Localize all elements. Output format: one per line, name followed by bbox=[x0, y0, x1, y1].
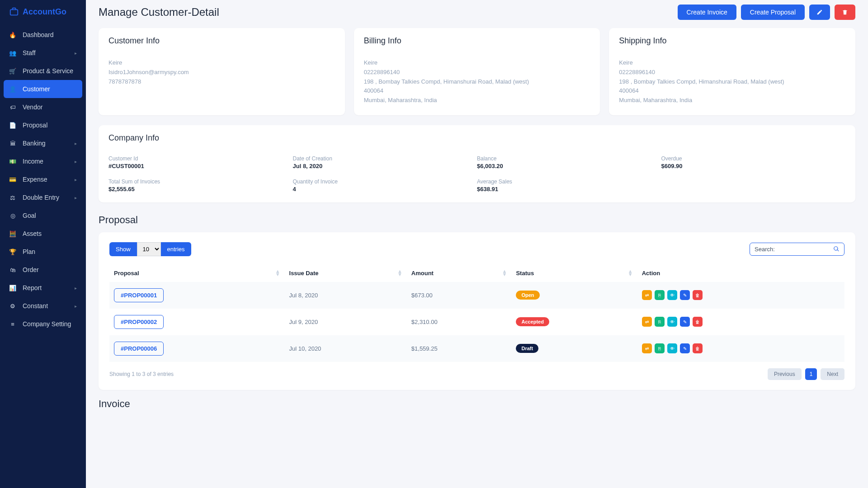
sidebar-item-order[interactable]: 🛍Order bbox=[0, 261, 86, 279]
col-action[interactable]: Action bbox=[637, 264, 844, 282]
sidebar-item-customer[interactable]: 👤Customer bbox=[4, 80, 82, 98]
stat-label: Quantity of Invoice bbox=[293, 178, 477, 185]
sidebar-item-dashboard[interactable]: 🔥Dashboard bbox=[0, 26, 86, 44]
delete-icon: 🗑 bbox=[695, 346, 700, 351]
search-input[interactable] bbox=[778, 246, 830, 253]
copy-button[interactable]: ⎘ bbox=[655, 317, 665, 327]
stat-label: Balance bbox=[477, 155, 661, 162]
copy-button[interactable]: ⎘ bbox=[655, 290, 665, 300]
create-invoice-button[interactable]: Create Invoice bbox=[678, 5, 736, 20]
nav-icon: 👤 bbox=[9, 86, 16, 93]
convert-icon: ⇄ bbox=[645, 293, 649, 298]
sidebar-item-staff[interactable]: 👥Staff▸ bbox=[0, 44, 86, 62]
delete-button[interactable]: 🗑 bbox=[693, 343, 703, 353]
edit-button[interactable] bbox=[809, 5, 830, 20]
table-controls: Show 10 entries Search: bbox=[109, 242, 844, 256]
stat-label: Overdue bbox=[661, 155, 846, 162]
card-title: Customer Info bbox=[108, 36, 335, 46]
sidebar-item-plan[interactable]: 🏆Plan bbox=[0, 243, 86, 261]
nav-icon: 👥 bbox=[9, 50, 16, 56]
sidebar-item-product-service[interactable]: 🛒Product & Service bbox=[0, 62, 86, 80]
page-header: Manage Customer-Detail Create Invoice Cr… bbox=[99, 5, 855, 20]
view-button[interactable]: 👁 bbox=[667, 343, 677, 353]
search-box: Search: bbox=[750, 243, 844, 256]
nav-icon: 📄 bbox=[9, 122, 16, 129]
nav-label: Banking bbox=[23, 140, 46, 147]
convert-button[interactable]: ⇄ bbox=[642, 317, 652, 327]
proposal-link[interactable]: #PROP00002 bbox=[114, 315, 164, 329]
edit-button[interactable]: ✎ bbox=[680, 290, 690, 300]
stat-label: Average Sales bbox=[477, 178, 661, 185]
col-proposal[interactable]: Proposal▲▼ bbox=[109, 264, 285, 282]
delete-button[interactable]: 🗑 bbox=[693, 290, 703, 300]
col-issue-date[interactable]: Issue Date▲▼ bbox=[285, 264, 407, 282]
nav-label: Dashboard bbox=[23, 31, 54, 38]
sidebar-item-expense[interactable]: 💳Expense▸ bbox=[0, 170, 86, 188]
convert-button[interactable]: ⇄ bbox=[642, 290, 652, 300]
billing-info-card: Billing Info Keire 02228896140 198 , Bom… bbox=[354, 28, 600, 115]
table-row: #PROP00006Jul 10, 2020$1,559.25Draft⇄⎘👁✎… bbox=[109, 335, 844, 362]
stat-value: Jul 8, 2020 bbox=[293, 163, 477, 169]
nav-label: Expense bbox=[23, 176, 47, 183]
proposal-link[interactable]: #PROP00006 bbox=[114, 342, 164, 356]
col-status[interactable]: Status▲▼ bbox=[511, 264, 637, 282]
stat-value: #CUST00001 bbox=[108, 163, 293, 169]
nav-icon: 🛒 bbox=[9, 68, 16, 75]
sidebar-item-double-entry[interactable]: ⚖Double Entry▸ bbox=[0, 188, 86, 206]
chevron-right-icon: ▸ bbox=[75, 195, 77, 200]
nav-icon: 💵 bbox=[9, 158, 16, 165]
status-badge: Open bbox=[516, 291, 539, 300]
edit-button[interactable]: ✎ bbox=[680, 343, 690, 353]
nav-label: Order bbox=[23, 266, 39, 273]
col-amount[interactable]: Amount▲▼ bbox=[407, 264, 512, 282]
sidebar-item-assets[interactable]: 🧮Assets bbox=[0, 225, 86, 243]
next-button[interactable]: Next bbox=[821, 368, 844, 380]
show-label: Show bbox=[109, 242, 137, 256]
sidebar-item-company-setting[interactable]: ≡Company Setting bbox=[0, 315, 86, 333]
app-logo[interactable]: AccountGo bbox=[0, 7, 86, 26]
view-button[interactable]: 👁 bbox=[667, 317, 677, 327]
view-button[interactable]: 👁 bbox=[667, 290, 677, 300]
issue-date: Jul 10, 2020 bbox=[285, 335, 407, 362]
nav-label: Goal bbox=[23, 212, 36, 219]
convert-button[interactable]: ⇄ bbox=[642, 343, 652, 353]
chevron-right-icon: ▸ bbox=[75, 286, 77, 291]
create-proposal-button[interactable]: Create Proposal bbox=[741, 5, 805, 20]
sidebar-item-constant[interactable]: ⚙Constant▸ bbox=[0, 297, 86, 315]
edit-icon: ✎ bbox=[683, 319, 687, 324]
nav-icon: 🛍 bbox=[9, 267, 16, 273]
issue-date: Jul 8, 2020 bbox=[285, 282, 407, 309]
sidebar-item-banking[interactable]: 🏛Banking▸ bbox=[0, 134, 86, 152]
stat-value: $609.90 bbox=[661, 163, 846, 169]
entries-select[interactable]: 10 bbox=[137, 242, 161, 256]
sidebar-item-proposal[interactable]: 📄Proposal bbox=[0, 116, 86, 134]
page-title: Manage Customer-Detail bbox=[99, 6, 219, 19]
proposal-link[interactable]: #PROP00001 bbox=[114, 288, 164, 302]
sidebar-item-income[interactable]: 💵Income▸ bbox=[0, 152, 86, 170]
edit-button[interactable]: ✎ bbox=[680, 317, 690, 327]
entries-selector: Show 10 entries bbox=[109, 242, 191, 256]
chevron-right-icon: ▸ bbox=[75, 141, 77, 146]
page-1-button[interactable]: 1 bbox=[805, 368, 817, 380]
sidebar-item-goal[interactable]: ◎Goal bbox=[0, 206, 86, 225]
sidebar-item-vendor[interactable]: 🏷Vendor bbox=[0, 98, 86, 116]
stat-block: Date of CreationJul 8, 2020 bbox=[293, 155, 477, 169]
trash-icon bbox=[842, 9, 848, 15]
proposal-table: Proposal▲▼Issue Date▲▼Amount▲▼Status▲▼Ac… bbox=[109, 264, 844, 362]
sidebar-item-report[interactable]: 📊Report▸ bbox=[0, 279, 86, 297]
table-row: #PROP00001Jul 8, 2020$673.00Open⇄⎘👁✎🗑 bbox=[109, 282, 844, 309]
entries-label: entries bbox=[161, 242, 191, 256]
delete-button[interactable] bbox=[835, 5, 855, 20]
prev-button[interactable]: Previous bbox=[768, 368, 802, 380]
shipping-info-body: Keire 02228896140 198 , Bombay Talkies C… bbox=[619, 58, 845, 105]
nav-icon: 🧮 bbox=[9, 230, 16, 237]
amount: $673.00 bbox=[407, 282, 512, 309]
proposal-section-title: Proposal bbox=[99, 214, 855, 226]
delete-button[interactable]: 🗑 bbox=[693, 317, 703, 327]
pencil-icon bbox=[816, 9, 823, 15]
nav-label: Double Entry bbox=[23, 194, 59, 201]
app-name: AccountGo bbox=[23, 7, 66, 17]
svg-rect-0 bbox=[10, 9, 18, 15]
invoice-section-title: Invoice bbox=[99, 398, 855, 410]
copy-button[interactable]: ⎘ bbox=[655, 343, 665, 353]
